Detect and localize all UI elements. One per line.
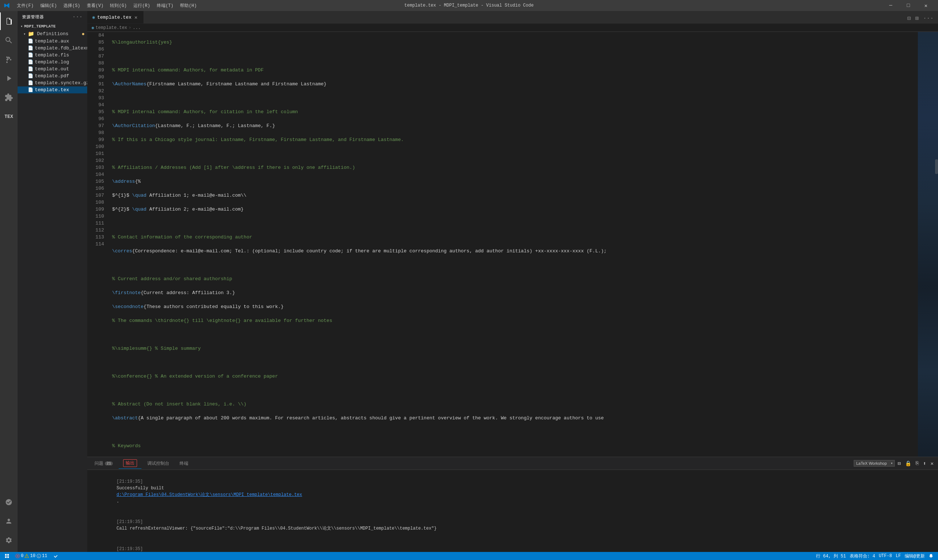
status-indent[interactable]: 表格符合: 4 (848, 553, 877, 559)
status-checkmark[interactable] (52, 552, 60, 560)
panel-content[interactable]: [21:19:35] Successfully built d:\Program… (87, 470, 938, 552)
run-icon (5, 74, 13, 83)
status-cursor-position[interactable]: 行 64, 列 51 (815, 553, 847, 559)
menu-terminal[interactable]: 终端(T) (154, 2, 177, 9)
code-editor[interactable]: 84 85 86 87 88 89 90 91 92 93 94 95 96 9… (87, 32, 938, 457)
definitions-label: Definitions (37, 31, 69, 37)
menu-edit[interactable]: 编辑(E) (37, 2, 60, 9)
panel-copy-icon[interactable]: ⎘ (914, 460, 920, 467)
split-editor-icon[interactable]: ⊟ (906, 13, 912, 23)
more-actions-icon[interactable]: ··· (921, 14, 935, 23)
panel-maximize-icon[interactable]: ⬆ (921, 460, 927, 467)
activity-settings[interactable] (0, 531, 18, 549)
status-language[interactable]: 编辑@更新 (903, 553, 926, 559)
folder-icon: 📁 (28, 31, 34, 37)
panel-line-2: [21:19:35] Call refreshExternalViewer: {… (90, 512, 935, 539)
menu-file[interactable]: 文件(F) (14, 2, 37, 9)
status-remote-item[interactable] (3, 552, 11, 560)
title-bar: 文件(F) 编辑(E) 选择(S) 查看(V) 转到(G) 运行(R) 终端(T… (0, 0, 938, 11)
activity-explorer[interactable] (0, 12, 18, 30)
tab-close-button[interactable]: ✕ (134, 14, 138, 21)
code-line-98: % Contact information of the correspondi… (112, 234, 918, 241)
status-eol[interactable]: LF (894, 554, 902, 558)
line-num-94: 94 (87, 102, 104, 108)
sidebar-item-template-fdb[interactable]: 📄 template.fdb_latexmk (18, 45, 87, 52)
sidebar-header-actions[interactable]: ··· (72, 14, 83, 20)
activity-search[interactable] (0, 31, 18, 49)
notification-icon (929, 554, 933, 558)
sidebar-item-template-tex[interactable]: 📄 template.tex (18, 86, 87, 93)
breadcrumb-dots[interactable]: ... (132, 25, 141, 31)
line-num-91: 91 (87, 81, 104, 88)
activity-source-control[interactable] (0, 51, 18, 68)
editor-layout-icon[interactable]: ⊞ (914, 13, 920, 23)
tab-template-tex[interactable]: ◉ template.tex ✕ (87, 11, 144, 23)
output-label: 输出 (123, 459, 137, 467)
code-line-99: \corres{Correspondence: e-mail@e-mail.co… (112, 248, 918, 255)
panel-tab-terminal[interactable]: 终端 (175, 459, 193, 468)
menu-run[interactable]: 运行(R) (131, 2, 153, 9)
menu-select[interactable]: 选择(S) (60, 2, 83, 9)
sidebar-item-definitions[interactable]: ▾ 📁 Definitions (18, 30, 87, 38)
panel-tab-output[interactable]: 输出 (119, 458, 142, 469)
sidebar-more-icon[interactable]: ··· (72, 14, 83, 20)
title-bar-menu[interactable]: 文件(F) 编辑(E) 选择(S) 查看(V) 转到(G) 运行(R) 终端(T… (14, 2, 200, 9)
latex-workshop-selector-wrapper[interactable]: LaTeX Workshop (854, 460, 895, 467)
status-encoding[interactable]: UTF-8 (877, 554, 893, 558)
code-line-108: %\conference{} % An extended version of … (112, 373, 918, 380)
line-num-103: 103 (87, 164, 104, 171)
sidebar: 资源管理器 ··· ▾ MDPI_TEMPLATE ▾ 📁 Definition… (18, 11, 87, 552)
code-line-104: % The commands \thirdnote{} till \eightn… (112, 317, 918, 324)
sidebar-item-template-pdf[interactable]: 📄 template.pdf (18, 72, 87, 80)
sidebar-item-template-out[interactable]: 📄 template.out (18, 66, 87, 72)
latex-workshop-select[interactable]: LaTeX Workshop (854, 460, 895, 467)
activity-remote[interactable] (0, 493, 18, 511)
tab-label: template.tex (97, 15, 131, 20)
panel-close-icon[interactable]: ✕ (929, 460, 935, 467)
line-numbers: 84 85 86 87 88 89 90 91 92 93 94 95 96 9… (87, 32, 108, 457)
sidebar-item-template-gz[interactable]: 📄 template.synctex.gz (18, 80, 87, 86)
panel-lock-icon[interactable]: 🔒 (904, 460, 913, 467)
close-button[interactable]: ✕ (918, 0, 934, 11)
settings-icon (5, 537, 12, 544)
activity-extensions[interactable] (0, 89, 18, 106)
code-line-88 (112, 94, 918, 102)
line-num-110: 110 (87, 213, 104, 220)
status-bar: 0 10 11 行 64, 列 51 表格符合: 4 UTF-8 LF (0, 552, 938, 560)
project-root[interactable]: ▾ MDPI_TEMPLATE (18, 23, 87, 30)
code-line-97 (112, 220, 918, 227)
activity-account[interactable] (0, 512, 18, 530)
activity-bar: TEX (0, 11, 18, 552)
line-num-96: 96 (87, 115, 104, 122)
minimize-button[interactable]: ─ (882, 0, 899, 11)
activity-run[interactable] (0, 69, 18, 87)
panel-clear-icon[interactable]: ⊟ (896, 460, 902, 467)
panel-tab-debug[interactable]: 调试控制台 (143, 459, 174, 468)
panel-link-1[interactable]: d:\Program Files\04.StudentWork\论文\senso… (117, 492, 302, 497)
window-controls[interactable]: ─ □ ✕ (882, 0, 934, 11)
status-errors[interactable]: 0 10 11 (14, 552, 49, 560)
sidebar-item-template-fls[interactable]: 📄 template.fls (18, 52, 87, 58)
sidebar-item-template-log[interactable]: 📄 template.log (18, 58, 87, 66)
panel-tab-problems[interactable]: 问题 21 (90, 459, 117, 468)
line-num-112: 112 (87, 227, 104, 234)
code-line-111: \abstract{A single paragraph of about 20… (112, 415, 918, 422)
breadcrumb-file[interactable]: template.tex (95, 25, 127, 31)
log-file-icon: 📄 (28, 59, 33, 65)
sidebar-item-template-aux[interactable]: 📄 template.aux (18, 38, 87, 45)
activity-tex[interactable]: TEX (0, 108, 18, 125)
status-notifications[interactable] (927, 554, 935, 558)
code-line-92 (112, 150, 918, 157)
menu-goto[interactable]: 转到(G) (107, 2, 130, 9)
panel: 问题 21 输出 调试控制台 终端 LaTeX Workshop (87, 457, 938, 552)
menu-help[interactable]: 帮助(H) (177, 2, 200, 9)
restore-button[interactable]: □ (900, 0, 917, 11)
code-content[interactable]: %\longauthorlist{yes} % MDPI internal co… (108, 32, 918, 457)
code-line-103: \secondnote{These authors contributed eq… (112, 303, 918, 310)
menu-view[interactable]: 查看(V) (84, 2, 106, 9)
code-line-93: % Affiliations / Addresses (Add [1] afte… (112, 164, 918, 171)
code-line-85 (112, 53, 918, 60)
minimap[interactable] (918, 32, 938, 457)
error-icon (15, 554, 20, 558)
line-num-109: 109 (87, 206, 104, 213)
